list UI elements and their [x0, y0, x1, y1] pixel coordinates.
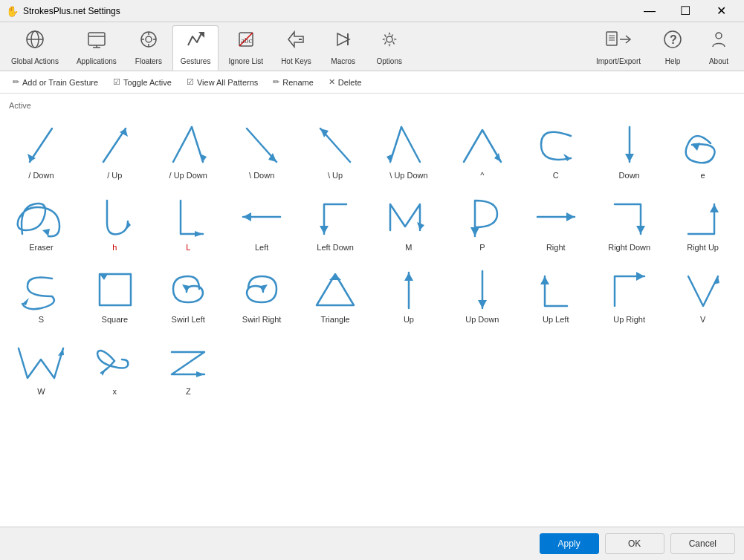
gesture-left-down[interactable]: Left Down	[300, 188, 371, 257]
gesture-slash-down[interactable]: / Down	[6, 116, 77, 185]
toolbar-item-macros[interactable]: Macros	[321, 25, 366, 71]
toolbar-item-options[interactable]: Options	[367, 25, 412, 71]
applications-icon	[86, 29, 107, 54]
gesture-slash-up-down[interactable]: / Up Down	[153, 116, 224, 185]
gesture-right-up[interactable]: Right Up	[667, 188, 738, 257]
gesture-swirl-right[interactable]: Swirl Right	[227, 260, 297, 329]
gesture-left[interactable]: Left	[227, 188, 297, 257]
gesture-z[interactable]: Z	[153, 332, 224, 401]
minimize-button[interactable]: —	[633, 1, 667, 22]
gesture-eraser[interactable]: Eraser	[6, 188, 77, 257]
svg-marker-69	[404, 273, 413, 281]
gesture-c[interactable]: C	[520, 116, 591, 185]
help-icon: ?	[662, 29, 683, 54]
toolbar-label-about: About	[709, 57, 728, 65]
gesture-v[interactable]: V	[667, 260, 738, 329]
toolbar-label-ignore-list: Ignore List	[228, 57, 263, 65]
svg-point-29	[716, 33, 722, 39]
svg-marker-51	[195, 231, 203, 237]
toolbar-item-about[interactable]: About	[696, 25, 741, 71]
svg-text:?: ?	[670, 33, 677, 46]
section-label: Active	[6, 100, 738, 111]
svg-marker-54	[320, 226, 329, 234]
delete-button[interactable]: ✕ Delete	[322, 74, 369, 90]
gesture-caret[interactable]: ^	[447, 116, 517, 185]
svg-marker-75	[58, 348, 64, 356]
apply-button[interactable]: Apply	[540, 533, 599, 554]
gesture-slash-up[interactable]: / Up	[80, 116, 150, 185]
toolbar-label-macros: Macros	[331, 57, 355, 65]
toolbar: Global Actions Applications Floaters Ges…	[0, 22, 744, 71]
svg-marker-77	[196, 371, 204, 377]
bottom-bar: Apply OK Cancel	[0, 527, 744, 560]
svg-marker-58	[566, 212, 575, 221]
gesture-up-down[interactable]: Up Down	[447, 260, 517, 329]
gesture-swirl-left[interactable]: Swirl Left	[153, 260, 224, 329]
delete-icon: ✕	[329, 77, 335, 87]
gesture-m[interactable]: M	[374, 188, 444, 257]
toolbar-item-hot-keys[interactable]: Hot Keys	[273, 25, 320, 71]
svg-marker-72	[540, 276, 549, 284]
gesture-triangle[interactable]: Triangle	[300, 260, 371, 329]
import-export-icon	[605, 29, 632, 54]
svg-point-8	[146, 36, 152, 42]
add-train-button[interactable]: ✏ Add or Train Gesture	[6, 74, 105, 90]
app-icon: ✋	[6, 5, 19, 17]
toggle-active-button[interactable]: ☑ Toggle Active	[106, 74, 178, 90]
toolbar-label-global-actions: Global Actions	[11, 57, 59, 65]
svg-line-34	[173, 127, 192, 162]
cancel-button[interactable]: Cancel	[670, 533, 735, 554]
svg-marker-44	[494, 153, 501, 162]
hot-keys-icon	[285, 29, 306, 54]
action-bar: ✏ Add or Train Gesture ☑ Toggle Active ☑…	[0, 71, 744, 94]
gesture-s[interactable]: S	[6, 260, 77, 329]
svg-marker-60	[710, 204, 719, 212]
toolbar-label-floaters: Floaters	[135, 57, 162, 65]
svg-marker-61	[22, 298, 29, 305]
svg-rect-22	[606, 32, 617, 45]
toolbar-label-options: Options	[376, 57, 401, 65]
toolbar-label-import-export: Import/Export	[596, 57, 641, 65]
toolbar-item-floaters[interactable]: Floaters	[126, 25, 171, 71]
toolbar-item-ignore-list[interactable]: abc Ignore List	[220, 25, 271, 71]
toolbar-item-applications[interactable]: Applications	[68, 25, 125, 71]
toolbar-label-gestures: Gestures	[181, 57, 211, 65]
gesture-x[interactable]: x	[80, 332, 150, 401]
toolbar-item-import-export[interactable]: Import/Export	[588, 25, 649, 71]
svg-rect-3	[88, 33, 105, 45]
svg-marker-49	[42, 229, 50, 236]
rename-icon: ✏	[273, 77, 279, 87]
svg-marker-67	[329, 274, 341, 280]
toolbar-item-help[interactable]: ? Help	[650, 25, 695, 71]
svg-marker-71	[478, 300, 487, 308]
gesture-square[interactable]: Square	[80, 260, 150, 329]
gesture-e[interactable]: e	[667, 116, 738, 185]
about-icon	[708, 29, 729, 54]
ok-button[interactable]: OK	[605, 533, 664, 554]
svg-marker-63	[100, 274, 108, 280]
maximize-button[interactable]: ☐	[668, 1, 702, 22]
gesture-h[interactable]: h	[80, 188, 150, 257]
svg-marker-47	[625, 154, 634, 162]
gesture-l[interactable]: L	[153, 188, 224, 257]
gesture-down[interactable]: Down	[594, 116, 664, 185]
gesture-right[interactable]: Right	[520, 188, 591, 257]
close-button[interactable]: ✕	[704, 1, 738, 22]
options-icon	[379, 29, 400, 54]
gesture-up[interactable]: Up	[374, 260, 444, 329]
title-bar: ✋ StrokesPlus.net Settings — ☐ ✕	[0, 0, 744, 22]
gesture-up-left[interactable]: Up Left	[520, 260, 591, 329]
gesture-backslash-up[interactable]: \ Up	[300, 116, 371, 185]
gesture-backslash-down[interactable]: \ Down	[227, 116, 297, 185]
toolbar-item-gestures[interactable]: Gestures	[172, 25, 219, 71]
gesture-right-down[interactable]: Right Down	[594, 188, 664, 257]
gesture-up-right[interactable]: Up Right	[594, 260, 664, 329]
view-patterns-button[interactable]: ☑ View All Patterns	[180, 74, 265, 90]
rename-button[interactable]: ✏ Rename	[266, 74, 320, 90]
gesture-p[interactable]: P	[447, 188, 517, 257]
gesture-backslash-up-down[interactable]: \ Up Down	[374, 116, 444, 185]
gesture-w[interactable]: W	[6, 332, 77, 401]
toolbar-label-hot-keys: Hot Keys	[281, 57, 311, 65]
svg-marker-53	[243, 212, 251, 221]
toolbar-item-global-actions[interactable]: Global Actions	[3, 25, 67, 71]
